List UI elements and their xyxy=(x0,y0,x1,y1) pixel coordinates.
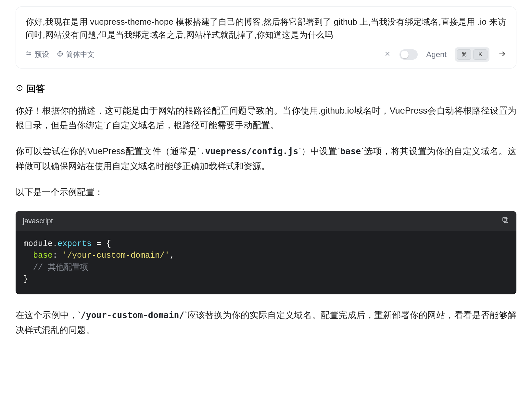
tok-string: '/your-custom-domain/' xyxy=(62,251,170,260)
toolbar-right: Agent ⌘ K xyxy=(384,47,506,62)
tok-module: module xyxy=(23,239,53,249)
answer-heading: 回答 xyxy=(16,83,516,95)
sliders-icon xyxy=(26,51,32,58)
agent-label: Agent xyxy=(426,50,447,59)
send-button[interactable] xyxy=(498,50,506,59)
svg-point-0 xyxy=(27,52,28,53)
code-header: javascript xyxy=(16,211,516,231)
answer-paragraph-4: 在这个示例中，`/your-custom-domain/`应该替换为你的实际自定… xyxy=(16,308,516,338)
answer-section: 回答 你好！根据你的描述，这可能是由于网站的根路径配置问题导致的。当你使用.gi… xyxy=(16,83,516,338)
tok-comma: , xyxy=(170,251,174,260)
inline-code-base: base xyxy=(340,146,361,156)
language-label: 简体中文 xyxy=(66,51,95,58)
prompt-toolbar: 预设 简体中文 Agent ⌘ K xyxy=(26,47,506,62)
agent-toggle[interactable] xyxy=(399,49,418,60)
kbd-key: K xyxy=(473,49,488,60)
preset-button[interactable]: 预设 xyxy=(26,51,49,58)
inline-code-domain: /your-custom-domain/ xyxy=(81,310,184,320)
globe-icon xyxy=(57,51,63,58)
kbd-cmd: ⌘ xyxy=(457,49,471,60)
close-icon xyxy=(384,50,391,59)
tok-assign: = { xyxy=(92,239,111,249)
code-language-label: javascript xyxy=(23,217,53,225)
target-icon xyxy=(16,84,23,94)
answer-paragraph-2: 你可以尝试在你的VuePress配置文件（通常是`.vuepress/confi… xyxy=(16,144,516,174)
svg-point-3 xyxy=(30,54,31,55)
prompt-text: 你好,我现在是用 vuepress-theme-hope 模板搭建了自己的博客,… xyxy=(26,15,506,42)
prompt-card: 你好,我现在是用 vuepress-theme-hope 模板搭建了自己的博客,… xyxy=(16,6,516,68)
p2-pre: 你可以尝试在你的VuePress配置文件（通常是` xyxy=(16,146,200,156)
tok-colon: : xyxy=(53,251,62,260)
language-button[interactable]: 简体中文 xyxy=(57,51,95,58)
svg-point-13 xyxy=(19,87,20,88)
shortcut-hint[interactable]: ⌘ K xyxy=(455,47,489,62)
answer-heading-text: 回答 xyxy=(27,83,45,95)
arrow-right-icon xyxy=(498,50,506,59)
clear-button[interactable] xyxy=(384,50,391,59)
inline-code-config-path: .vuepress/config.js xyxy=(200,146,298,156)
tok-base: base xyxy=(33,251,53,260)
copy-code-button[interactable] xyxy=(501,216,509,226)
code-block: javascript module.exports = { base: '/yo… xyxy=(16,211,516,294)
tok-exports: exports xyxy=(57,239,92,249)
answer-paragraph-1: 你好！根据你的描述，这可能是由于网站的根路径配置问题导致的。当你使用.githu… xyxy=(16,104,516,133)
tok-comment: // 其他配置项 xyxy=(33,263,88,272)
svg-rect-19 xyxy=(503,217,507,221)
p4-pre: 在这个示例中，` xyxy=(16,310,81,320)
copy-icon xyxy=(501,216,509,226)
tok-close: } xyxy=(23,275,28,284)
svg-rect-18 xyxy=(504,219,508,223)
tok-dot: . xyxy=(53,239,57,249)
toolbar-left: 预设 简体中文 xyxy=(26,51,95,58)
code-content: module.exports = { base: '/your-custom-d… xyxy=(16,231,516,294)
preset-label: 预设 xyxy=(35,51,49,58)
answer-paragraph-3: 以下是一个示例配置： xyxy=(16,185,516,200)
p2-mid: `）中设置` xyxy=(298,146,340,156)
